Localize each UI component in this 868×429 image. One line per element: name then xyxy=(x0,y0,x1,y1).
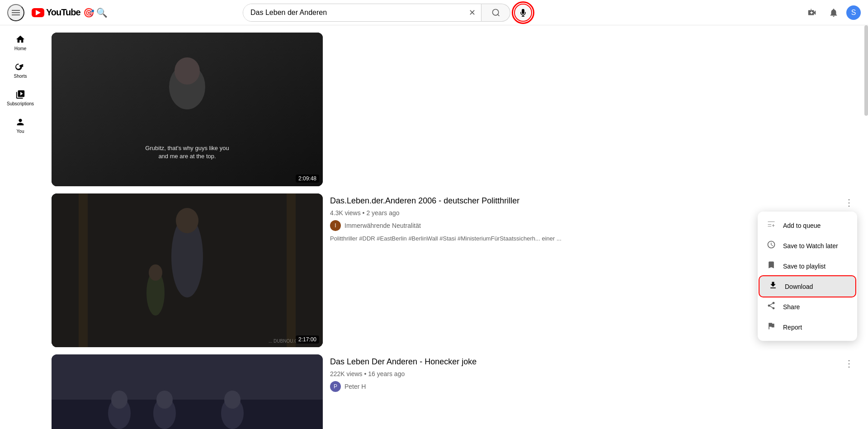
thumbnail-1[interactable]: Grubitz, that's why guys like you and me… xyxy=(52,33,323,186)
video-duration-1: 2:09:48 xyxy=(296,174,319,183)
svg-point-16 xyxy=(176,208,198,233)
sidebar-item-shorts[interactable]: Shorts xyxy=(0,57,41,84)
close-icon: ✕ xyxy=(469,8,476,18)
video-title-2[interactable]: Das.Leben.der.Anderen 2006 - deutscher P… xyxy=(330,195,857,207)
header-right: S xyxy=(803,4,861,22)
shorts-icon xyxy=(15,62,25,72)
video-card-2: ... DUBNOU.CH 2:17:00 Das.Leben.der.Ande… xyxy=(52,193,857,347)
channel-name-3[interactable]: Peter H xyxy=(344,383,366,390)
menu-item-download-label: Download xyxy=(785,283,813,290)
sidebar-item-you[interactable]: You xyxy=(0,112,41,139)
sidebar-item-subscriptions-label: Subscriptions xyxy=(7,101,34,106)
thumbnail-image-3 xyxy=(52,354,323,429)
you-icon xyxy=(15,117,25,127)
thumbnail-image-1: Grubitz, that's why guys like you and me… xyxy=(52,33,323,186)
svg-point-23 xyxy=(111,391,127,409)
add-queue-icon xyxy=(767,220,776,231)
main-content: Grubitz, that's why guys like you and me… xyxy=(41,25,868,429)
save-playlist-icon xyxy=(767,260,776,272)
bell-icon xyxy=(829,8,839,18)
svg-text:and me are at the top.: and me are at the top. xyxy=(158,153,216,160)
logo-decoration-icon: 🎯 xyxy=(83,7,94,18)
svg-rect-21 xyxy=(52,400,323,429)
menu-item-download[interactable]: Download xyxy=(760,276,855,297)
svg-point-25 xyxy=(156,391,173,409)
sidebar-item-you-label: You xyxy=(17,129,24,134)
video-age-3: 16 years ago xyxy=(368,370,405,377)
thumbnail-3[interactable] xyxy=(52,354,323,429)
sidebar: Home Shorts Subscriptions You xyxy=(0,25,41,429)
menu-item-watch-later-label: Save to Watch later xyxy=(783,242,838,250)
search-form: ✕ xyxy=(243,4,481,22)
report-icon xyxy=(767,321,776,333)
search-button[interactable] xyxy=(481,4,510,22)
view-count-2: 4.3K views xyxy=(330,209,361,217)
thumbnail-image-2: ... DUBNOU.CH xyxy=(52,193,323,347)
logo[interactable]: YouTube 🎯 🔍 xyxy=(32,7,108,18)
svg-text:Grubitz, that's why guys like : Grubitz, that's why guys like you xyxy=(145,145,229,151)
menu-item-share[interactable]: Share xyxy=(758,297,857,317)
video-card-3: Das Leben Der Anderen - Honecker joke 22… xyxy=(52,354,857,429)
scrollbar[interactable] xyxy=(864,25,868,116)
menu-item-add-queue-label: Add to queue xyxy=(783,222,821,229)
search-input[interactable] xyxy=(243,4,463,21)
menu-item-share-label: Share xyxy=(783,303,800,311)
sidebar-item-home[interactable]: Home xyxy=(0,29,41,57)
home-icon xyxy=(15,34,25,44)
menu-item-report-label: Report xyxy=(783,324,802,331)
sidebar-item-home-label: Home xyxy=(14,46,27,51)
menu-item-report[interactable]: Report xyxy=(758,317,857,337)
search-clear-button[interactable]: ✕ xyxy=(463,4,481,21)
menu-item-save-playlist[interactable]: Save to playlist xyxy=(758,256,857,276)
menu-item-add-queue[interactable]: Add to queue xyxy=(758,215,857,236)
channel-avatar-2[interactable]: I xyxy=(330,220,341,231)
subscriptions-icon xyxy=(15,90,25,99)
avatar[interactable]: S xyxy=(846,5,861,20)
header: YouTube 🎯 🔍 ✕ xyxy=(0,0,868,25)
notifications-button[interactable] xyxy=(825,4,843,22)
svg-point-8 xyxy=(175,57,200,85)
microphone-icon xyxy=(519,9,527,17)
svg-point-27 xyxy=(224,391,241,409)
more-options-button-3[interactable]: ⋮ xyxy=(843,356,855,371)
video-card-1: Grubitz, that's why guys like you and me… xyxy=(52,33,857,186)
search-icon xyxy=(491,8,500,17)
channel-avatar-3[interactable]: P xyxy=(330,381,341,392)
menu-button[interactable] xyxy=(7,4,24,21)
context-menu: Add to queue Save to Watch later xyxy=(758,212,857,341)
sidebar-item-shorts-label: Shorts xyxy=(14,74,27,79)
sidebar-item-subscriptions[interactable]: Subscriptions xyxy=(0,84,41,112)
video-info-3: Das Leben Der Anderen - Honecker joke 22… xyxy=(330,354,857,396)
menu-item-save-playlist-label: Save to playlist xyxy=(783,263,826,270)
video-age-2: 2 years ago xyxy=(366,209,399,217)
thumbnail-2[interactable]: ... DUBNOU.CH 2:17:00 xyxy=(52,193,323,347)
video-list: Grubitz, that's why guys like you and me… xyxy=(52,33,857,429)
youtube-logo-icon xyxy=(32,8,44,17)
video-meta-3: 222K views • 16 years ago xyxy=(330,370,857,377)
svg-rect-13 xyxy=(79,193,88,347)
search-area: ✕ xyxy=(243,4,532,22)
view-count-3: 222K views xyxy=(330,370,363,377)
share-icon xyxy=(767,301,776,312)
menu-item-watch-later[interactable]: Save to Watch later xyxy=(758,236,857,256)
logo-text: YouTube xyxy=(46,7,80,18)
more-options-button-2[interactable]: ⋮ xyxy=(843,195,855,210)
create-button[interactable] xyxy=(803,4,821,22)
header-left: YouTube 🎯 🔍 xyxy=(7,4,108,21)
svg-point-18 xyxy=(149,264,162,281)
channel-name-2[interactable]: Immerwährende Neutralität xyxy=(344,222,421,229)
voice-search-button[interactable] xyxy=(514,4,532,22)
logo-search-icon: 🔍 xyxy=(96,7,108,18)
video-title-3[interactable]: Das Leben Der Anderen - Honecker joke xyxy=(330,356,857,368)
create-icon xyxy=(807,8,817,18)
svg-rect-4 xyxy=(811,9,811,9)
channel-row-3: P Peter H xyxy=(330,381,857,392)
download-icon xyxy=(769,281,778,292)
svg-rect-14 xyxy=(287,193,296,347)
video-duration-2: 2:17:00 xyxy=(296,335,319,344)
watch-later-icon xyxy=(767,240,776,251)
svg-point-0 xyxy=(492,9,498,15)
svg-line-1 xyxy=(497,14,499,16)
